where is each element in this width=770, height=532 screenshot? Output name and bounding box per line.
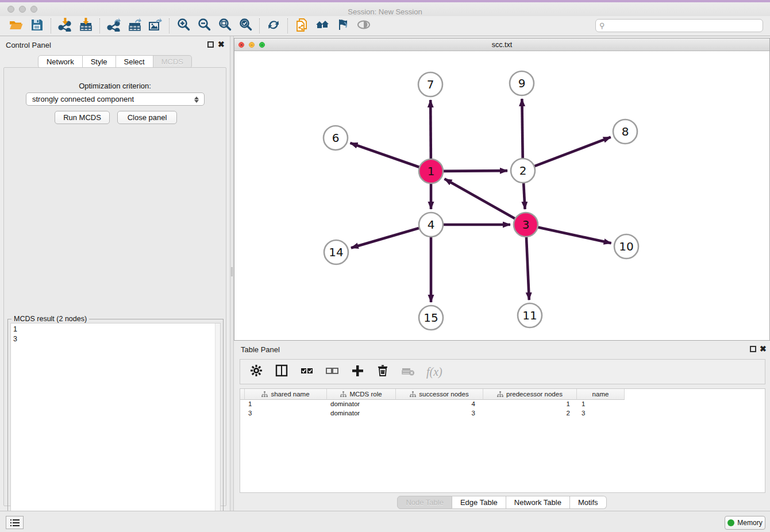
edge-4-14[interactable]	[351, 228, 421, 248]
table-cell[interactable]: 1	[245, 400, 327, 409]
save-session-button[interactable]	[28, 17, 45, 34]
float-panel-icon[interactable]	[207, 41, 214, 48]
hide-panel-eye-button[interactable]	[355, 17, 372, 34]
select-all-button[interactable]	[300, 364, 314, 380]
table-cell[interactable]: 2	[483, 409, 577, 418]
save-session-icon	[30, 18, 44, 34]
edge-3-1[interactable]	[445, 179, 517, 219]
table-cell[interactable]: dominator	[327, 400, 396, 409]
table-cell[interactable]: 3	[577, 409, 625, 418]
edge-3-10[interactable]	[537, 227, 611, 243]
graph-node-6[interactable]: 6	[324, 126, 348, 150]
criterion-dropdown[interactable]: strongly connected component	[26, 92, 205, 106]
run-mcds-button[interactable]: Run MCDS	[55, 111, 110, 124]
clone-network-button[interactable]	[293, 17, 310, 34]
row-gutter	[240, 409, 245, 418]
search-box[interactable]: ⚲	[595, 19, 763, 32]
zoom-selected-button[interactable]	[237, 17, 254, 34]
open-session-button[interactable]	[7, 17, 25, 34]
control-panel: Control Panel ✖ NetworkStyleSelectMCDS O…	[0, 36, 230, 511]
node-label: 1	[428, 164, 435, 178]
tab-network[interactable]: Network	[38, 55, 83, 68]
graph-node-4[interactable]: 4	[419, 213, 443, 237]
splitter-grip[interactable]	[231, 267, 233, 276]
close-panel-icon[interactable]: ✖	[218, 40, 225, 49]
graph-node-3[interactable]: 3	[514, 213, 538, 237]
tab-network-table[interactable]: Network Table	[506, 496, 570, 509]
table-row[interactable]: 3dominator323	[240, 409, 765, 418]
list-icon	[10, 519, 20, 527]
graph-node-1[interactable]: 1	[419, 159, 443, 183]
edge-2-3[interactable]	[523, 182, 525, 209]
table-row[interactable]: 1dominator411	[240, 400, 765, 409]
edge-3-11[interactable]	[526, 236, 529, 300]
column-header-name[interactable]: name	[577, 389, 625, 400]
node-label: 15	[424, 311, 438, 325]
close-table-panel-icon[interactable]: ✖	[760, 344, 767, 353]
node-label: 14	[329, 245, 343, 259]
export-image-button[interactable]	[147, 17, 164, 34]
graph-node-10[interactable]: 10	[614, 234, 638, 259]
column-header-shared-name[interactable]: shared name	[245, 389, 327, 400]
graph-node-11[interactable]: 11	[518, 303, 542, 327]
export-network-button[interactable]	[105, 17, 122, 34]
tab-style[interactable]: Style	[83, 55, 116, 68]
edge-1-7[interactable]	[430, 100, 431, 160]
graph-node-7[interactable]: 7	[418, 72, 442, 97]
tab-motifs[interactable]: Motifs	[570, 496, 607, 509]
unselect-all-button[interactable]	[325, 364, 339, 380]
table-cell[interactable]: dominator	[327, 409, 396, 418]
zoom-in-button[interactable]	[175, 17, 192, 34]
graph-node-8[interactable]: 8	[613, 119, 637, 144]
table-cell[interactable]: 1	[577, 400, 625, 409]
float-table-panel-icon[interactable]	[750, 346, 756, 352]
node-table[interactable]: shared nameMCDS rolesuccessor nodesprede…	[240, 388, 765, 493]
edge-1-2[interactable]	[442, 171, 507, 171]
column-header-predecessor-nodes[interactable]: predecessor nodes	[483, 389, 577, 400]
delete-row-button[interactable]	[376, 364, 390, 380]
column-label: predecessor nodes	[506, 391, 563, 398]
column-header-successor-nodes[interactable]: successor nodes	[396, 389, 483, 400]
add-row-button[interactable]	[351, 364, 364, 380]
export-table-button[interactable]	[126, 17, 143, 34]
mcds-result-title: MCDS result (2 nodes)	[11, 315, 89, 323]
edge-2-9[interactable]	[522, 99, 522, 160]
import-table-button[interactable]	[77, 17, 94, 34]
graph-node-15[interactable]: 15	[419, 306, 443, 330]
import-network-icon	[58, 18, 72, 34]
network-graph-canvas[interactable]: 7968124314101511	[234, 51, 769, 340]
graph-node-9[interactable]: 9	[510, 71, 534, 95]
first-neighbors-button[interactable]	[314, 17, 331, 34]
search-input[interactable]	[605, 21, 763, 31]
scrollbar-track[interactable]	[215, 323, 220, 530]
table-cell[interactable]: 1	[483, 400, 577, 409]
import-network-button[interactable]	[56, 17, 74, 34]
gear-button[interactable]	[249, 364, 263, 380]
toolbar-separator	[169, 18, 170, 33]
graph-node-14[interactable]: 14	[324, 240, 348, 264]
tab-select[interactable]: Select	[116, 55, 153, 68]
vertical-splitter[interactable]	[230, 36, 234, 511]
graphics-details-button[interactable]	[334, 17, 352, 34]
close-panel-button[interactable]: Close panel	[117, 111, 177, 124]
table-cell[interactable]: 3	[245, 409, 327, 418]
session-title: Session: New Session	[0, 7, 770, 16]
edge-1-6[interactable]	[350, 143, 421, 168]
zoom-out-button[interactable]	[195, 17, 213, 34]
columns-button[interactable]	[275, 364, 288, 380]
zoom-fit-button[interactable]	[216, 17, 233, 34]
apply-layout-button[interactable]	[265, 17, 282, 34]
tab-edge-table[interactable]: Edge Table	[452, 496, 506, 509]
tab-node-table[interactable]: Node Table	[397, 496, 452, 509]
table-cell[interactable]: 3	[396, 409, 483, 418]
show-panels-button[interactable]	[6, 516, 24, 529]
edge-2-8[interactable]	[533, 137, 611, 167]
node-label: 8	[622, 125, 629, 138]
table-toolbar: f(x)	[240, 359, 765, 384]
column-header-MCDS-role[interactable]: MCDS role	[327, 389, 396, 400]
table-cell[interactable]: 4	[396, 400, 483, 409]
memory-button[interactable]: Memory	[725, 516, 765, 530]
tab-mcds[interactable]: MCDS	[153, 55, 192, 68]
graph-node-2[interactable]: 2	[511, 159, 535, 183]
mcds-result-text[interactable]: 1 3	[10, 323, 221, 530]
